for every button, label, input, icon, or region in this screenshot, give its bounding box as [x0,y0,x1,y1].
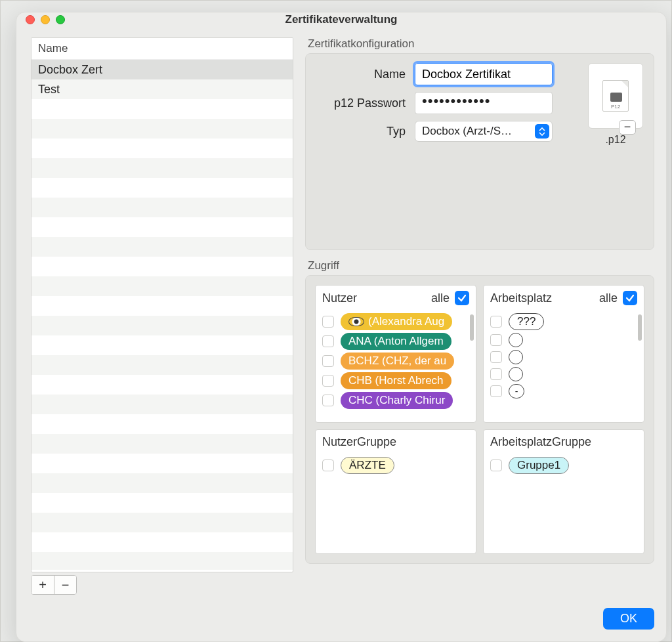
pill-label: CHB (Horst Abrech [348,374,444,387]
item-checkbox[interactable] [322,355,334,367]
nutzergruppe-panel: NutzerGruppe ÄRZTE [315,429,476,554]
list-item[interactable] [32,296,293,316]
list-item[interactable] [32,139,293,158]
list-item[interactable] [32,395,293,414]
nutzer-panel: Nutzer alle (Alexandra AugANA (Anton All… [315,285,476,423]
item-checkbox[interactable] [490,351,502,363]
list-item[interactable] [32,237,293,257]
pill-label: CHC (Charly Chirur [348,394,445,407]
window-title: Zertifikateverwaltung [16,13,666,26]
list-item[interactable] [32,375,293,395]
item-checkbox[interactable] [322,395,334,406]
item-checkbox[interactable] [490,385,502,397]
list-item[interactable] [32,513,293,532]
tag-pill: ÄRZTE [341,457,394,474]
titlebar: Zertifikateverwaltung [16,12,666,27]
list-item[interactable] [488,332,640,349]
list-item[interactable] [32,355,293,375]
list-item[interactable] [32,434,293,454]
p12-file-preview[interactable]: P12 − [588,63,643,129]
list-item[interactable] [32,414,293,434]
certificate-config-group: Name p12 Passwort •••••••••••• Typ [305,53,654,250]
item-checkbox[interactable] [322,316,334,328]
item-checkbox[interactable] [322,335,334,347]
list-item[interactable] [32,217,293,237]
item-checkbox[interactable] [490,316,502,328]
list-item[interactable] [32,473,293,493]
add-certificate-button[interactable]: + [32,576,54,594]
empty-icon [509,367,523,381]
pill-label: ANA (Anton Allgem [348,335,444,348]
file-caption: .p12 [588,134,643,146]
list-item[interactable]: CHB (Horst Abrech [320,371,472,391]
list-item[interactable]: ÄRZTE [320,456,472,475]
list-item[interactable]: ??? [488,312,640,332]
arbeitsplatz-header: Arbeitsplatz [490,291,552,305]
item-checkbox[interactable] [490,460,502,471]
list-item[interactable] [32,158,293,178]
empty-icon [509,333,523,347]
arbeitsplatz-alle-label: alle [599,291,618,305]
ok-button[interactable]: OK [603,608,654,630]
zoom-icon[interactable] [56,15,65,24]
remove-file-button[interactable]: − [619,120,636,135]
list-header-name: Name [32,38,293,60]
list-item[interactable] [32,99,293,119]
arbeitsplatzgruppe-header: ArbeitsplatzGruppe [490,435,591,449]
typ-select[interactable]: Docbox (Arzt-/S… [415,121,553,142]
item-checkbox[interactable] [490,334,502,346]
remove-certificate-button[interactable]: − [54,576,76,594]
list-item[interactable]: (Alexandra Aug [320,312,472,332]
empty-icon [509,350,523,364]
p12-password-input[interactable]: •••••••••••• [415,92,553,114]
tag-pill: (Alexandra Aug [341,313,452,330]
close-icon[interactable] [26,15,35,24]
list-item[interactable] [32,493,293,513]
access-group: Nutzer alle (Alexandra AugANA (Anton All… [305,275,654,564]
item-checkbox[interactable] [322,375,334,387]
pill-label: ??? [517,315,536,328]
list-item[interactable] [32,276,293,296]
tag-pill: ??? [509,313,544,330]
item-checkbox[interactable] [490,368,502,380]
list-item[interactable] [32,532,293,552]
chevron-updown-icon [535,124,549,139]
list-item[interactable] [32,316,293,335]
list-item[interactable] [32,119,293,139]
list-item[interactable]: Docbox Zert [32,60,293,79]
tag-pill: BCHZ (CHZ, der au [341,353,454,370]
list-item[interactable] [32,178,293,198]
list-item[interactable]: Gruppe1 [488,456,640,475]
scrollbar[interactable] [638,314,642,341]
nutzer-alle-checkbox[interactable] [455,291,469,305]
list-item[interactable]: ANA (Anton Allgem [320,332,472,351]
list-item[interactable] [32,454,293,473]
minimize-icon[interactable] [41,15,50,24]
typ-label: Typ [316,125,415,139]
nutzergruppe-header: NutzerGruppe [322,435,396,449]
name-label: Name [316,68,415,81]
scrollbar[interactable] [470,314,474,341]
list-item[interactable]: Test [32,79,293,99]
tag-pill: CHC (Charly Chirur [341,392,453,409]
list-item[interactable] [488,366,640,383]
list-item[interactable] [32,257,293,276]
item-checkbox[interactable] [322,460,334,471]
file-icon: P12 [602,80,629,112]
tag-pill: ANA (Anton Allgem [341,333,452,350]
list-item[interactable]: CHC (Charly Chirur [320,391,472,410]
tag-pill: CHB (Horst Abrech [341,372,452,389]
certificate-list[interactable]: Name Docbox ZertTest [31,37,293,572]
tag-pill: Gruppe1 [509,457,569,474]
name-input[interactable] [415,63,553,85]
certificate-manager-dialog: Zertifikateverwaltung Name Docbox ZertTe… [16,12,667,642]
char-icon: - [509,384,524,398]
list-item[interactable] [32,335,293,355]
list-item[interactable]: BCHZ (CHZ, der au [320,351,472,371]
list-item[interactable] [488,349,640,366]
list-item[interactable] [32,552,293,570]
list-item[interactable]: - [488,383,640,400]
arbeitsplatz-alle-checkbox[interactable] [623,291,637,305]
access-section-title: Zugriff [308,259,654,272]
list-item[interactable] [32,198,293,217]
